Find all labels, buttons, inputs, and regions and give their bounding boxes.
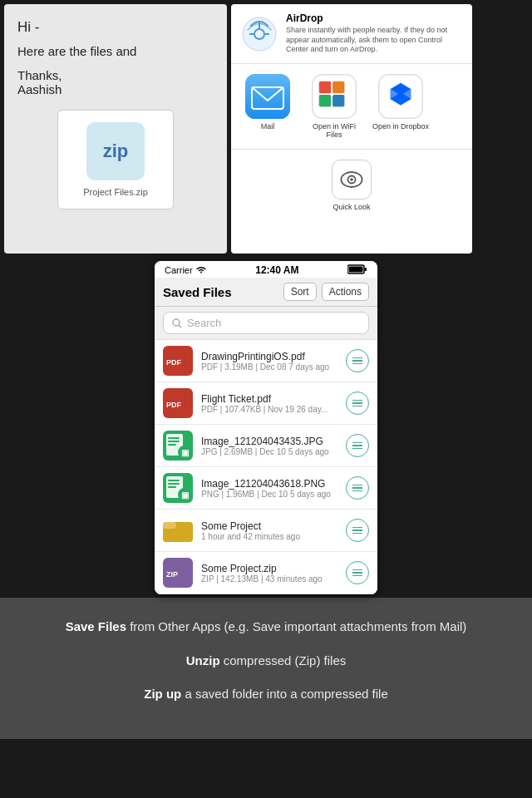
file-item[interactable]: Some Project 1 hour and 42 minutes ago bbox=[155, 510, 377, 552]
svg-rect-37 bbox=[168, 483, 180, 485]
share-app-mail[interactable]: Mail bbox=[238, 74, 298, 139]
file-menu-button[interactable] bbox=[346, 349, 369, 372]
wifi-status-icon bbox=[195, 265, 207, 273]
nav-title: Saved Files bbox=[163, 285, 232, 299]
file-type-icon: PDF bbox=[163, 388, 193, 418]
search-input[interactable]: Search bbox=[163, 312, 369, 334]
hamburger-icon bbox=[352, 400, 362, 407]
email-body: Here are the files and bbox=[17, 44, 214, 58]
airdrop-text: AirDrop Share instantly with people near… bbox=[286, 12, 462, 55]
file-menu-button[interactable] bbox=[346, 392, 369, 415]
email-attachment[interactable]: zip Project Files.zip bbox=[57, 110, 174, 209]
file-name: Some Project.zip bbox=[201, 563, 346, 574]
search-bar[interactable]: Search bbox=[155, 307, 377, 340]
svg-rect-29 bbox=[168, 437, 180, 439]
svg-text:PDF: PDF bbox=[166, 358, 182, 367]
file-meta: ZIP | 142.13MB | 43 minutes ago bbox=[201, 574, 346, 584]
file-name: DrawingPrintingiOS.pdf bbox=[201, 351, 346, 362]
mail-label: Mail bbox=[261, 122, 275, 131]
status-bar: Carrier 12:40 AM bbox=[155, 261, 377, 278]
file-info: DrawingPrintingiOS.pdf PDF | 3.19MB | De… bbox=[201, 351, 346, 372]
file-type-icon: ▣ bbox=[163, 431, 193, 461]
svg-rect-19 bbox=[365, 268, 367, 271]
eye-icon bbox=[337, 165, 367, 195]
hamburger-icon bbox=[352, 527, 362, 534]
file-type-icon: ZIP bbox=[163, 558, 193, 588]
file-item[interactable]: ▣ Image_121204043435.JPG JPG | 2.69MB | … bbox=[155, 425, 377, 467]
file-meta: PNG | 1.96MB | Dec 10 5 days ago bbox=[201, 490, 346, 499]
hamburger-icon bbox=[352, 442, 362, 450]
svg-text:PDF: PDF bbox=[166, 401, 182, 409]
svg-rect-8 bbox=[332, 95, 344, 106]
file-menu-button[interactable] bbox=[346, 519, 369, 542]
share-app-dropbox[interactable]: Open in Dropbox bbox=[371, 74, 431, 139]
dropbox-icon bbox=[378, 74, 423, 119]
sort-button[interactable]: Sort bbox=[283, 283, 317, 301]
email-greeting: Hi - bbox=[17, 19, 214, 36]
svg-rect-5 bbox=[319, 81, 331, 93]
share-app-wifi[interactable]: Open in WiFi Files bbox=[304, 74, 364, 139]
carrier-text: Carrier bbox=[165, 265, 207, 275]
nav-bar-right: Sort Actions bbox=[283, 283, 369, 301]
file-list: PDF DrawingPrintingiOS.pdf PDF | 3.19MB … bbox=[155, 340, 377, 594]
file-type-icon bbox=[163, 515, 193, 545]
wifi-files-label: Open in WiFi Files bbox=[304, 122, 364, 139]
hamburger-icon bbox=[352, 569, 362, 577]
svg-text:▣: ▣ bbox=[181, 490, 189, 500]
svg-point-21 bbox=[173, 319, 180, 326]
svg-text:ZIP: ZIP bbox=[166, 570, 178, 579]
file-meta: 1 hour and 42 minutes ago bbox=[201, 532, 346, 541]
airdrop-icon bbox=[241, 16, 278, 52]
phone-section: Carrier 12:40 AM Saved Files Sort bbox=[0, 258, 532, 598]
hamburger-icon bbox=[352, 485, 362, 492]
nav-bar: Saved Files Sort Actions bbox=[155, 278, 377, 307]
airdrop-section[interactable]: AirDrop Share instantly with people near… bbox=[231, 4, 472, 64]
status-time: 12:40 AM bbox=[255, 264, 298, 276]
zip-icon: zip bbox=[86, 122, 145, 180]
file-menu-button[interactable] bbox=[346, 476, 369, 500]
quick-look-button[interactable] bbox=[332, 160, 372, 200]
info-line-1: Save Files from Other Apps (e.g. Save im… bbox=[33, 618, 499, 637]
svg-rect-6 bbox=[332, 81, 344, 93]
iphone-frame: Carrier 12:40 AM Saved Files Sort bbox=[155, 261, 377, 594]
file-type-icon: ▣ bbox=[163, 473, 193, 503]
file-name: Image_121204043435.JPG bbox=[201, 436, 346, 447]
info-section: Save Files from Other Apps (e.g. Save im… bbox=[0, 598, 532, 739]
quick-look-label: Quick Look bbox=[332, 203, 370, 211]
file-name: Image_121204043618.PNG bbox=[201, 478, 346, 490]
svg-line-22 bbox=[179, 325, 181, 328]
file-item[interactable]: PDF Flight Ticket.pdf PDF | 107.47KB | N… bbox=[155, 382, 377, 425]
search-icon bbox=[172, 318, 182, 328]
svg-rect-20 bbox=[349, 267, 363, 273]
svg-rect-38 bbox=[168, 486, 176, 488]
file-info: Flight Ticket.pdf PDF | 107.47KB | Nov 1… bbox=[201, 393, 346, 414]
share-sheet-panel: AirDrop Share instantly with people near… bbox=[231, 4, 472, 254]
mail-icon bbox=[245, 74, 290, 119]
battery-icon bbox=[347, 264, 367, 276]
file-menu-button[interactable] bbox=[346, 561, 369, 584]
info-line-3: Zip up a saved folder into a compressed … bbox=[33, 685, 499, 704]
file-meta: JPG | 2.69MB | Dec 10 5 days ago bbox=[201, 447, 346, 456]
email-panel: Hi - Here are the files and Thanks, Aash… bbox=[4, 4, 227, 254]
svg-rect-7 bbox=[319, 95, 331, 106]
file-item[interactable]: ▣ Image_121204043618.PNG PNG | 1.96MB | … bbox=[155, 467, 377, 510]
svg-rect-42 bbox=[163, 522, 176, 529]
attachment-filename: Project Files.zip bbox=[83, 187, 148, 197]
email-signoff: Thanks, Aashish bbox=[17, 68, 214, 96]
file-name: Flight Ticket.pdf bbox=[201, 393, 346, 405]
hamburger-icon bbox=[352, 357, 362, 365]
quick-look-section[interactable]: Quick Look bbox=[231, 150, 472, 221]
share-apps-row: Mail Open in WiFi Files bbox=[231, 64, 472, 150]
file-info: Image_121204043618.PNG PNG | 1.96MB | De… bbox=[201, 478, 346, 499]
file-menu-button[interactable] bbox=[346, 434, 369, 457]
file-meta: PDF | 107.47KB | Nov 19 26 day... bbox=[201, 405, 346, 414]
file-item[interactable]: PDF DrawingPrintingiOS.pdf PDF | 3.19MB … bbox=[155, 340, 377, 382]
file-type-icon: PDF bbox=[163, 346, 193, 376]
svg-rect-31 bbox=[168, 444, 176, 446]
svg-rect-30 bbox=[168, 441, 180, 442]
actions-button[interactable]: Actions bbox=[322, 283, 369, 301]
file-item[interactable]: ZIP Some Project.zip ZIP | 142.13MB | 43… bbox=[155, 552, 377, 594]
svg-text:▣: ▣ bbox=[181, 448, 189, 457]
file-info: Image_121204043435.JPG JPG | 2.69MB | De… bbox=[201, 436, 346, 456]
svg-point-17 bbox=[350, 178, 353, 181]
